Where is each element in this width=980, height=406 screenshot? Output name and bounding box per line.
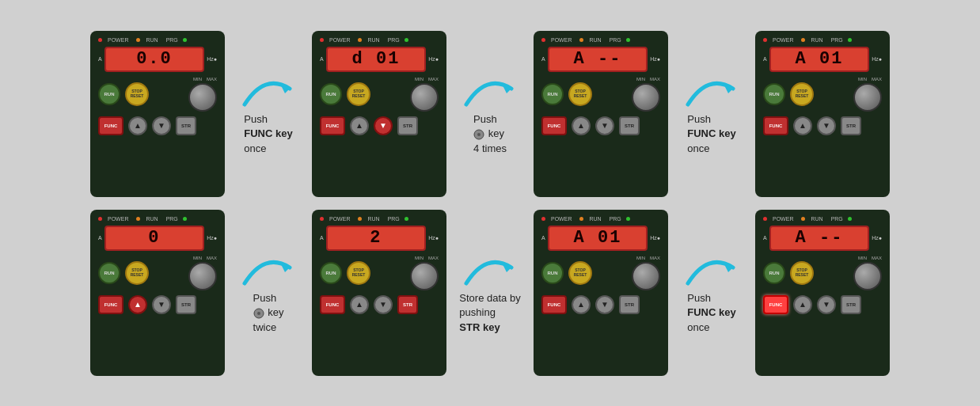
down-arrow-button[interactable]: ▼ xyxy=(595,295,614,314)
str-button[interactable]: STR xyxy=(397,295,418,314)
up-arrow-button[interactable]: ▲ xyxy=(350,116,369,135)
run-label: RUN xyxy=(146,216,158,222)
power-led xyxy=(541,217,545,221)
middle-button-row: RUNSTOPRESETMINMAX xyxy=(763,77,882,112)
knob[interactable] xyxy=(410,262,439,290)
stop-reset-button[interactable]: STOPRESET xyxy=(347,261,370,285)
run-button[interactable]: RUN xyxy=(98,83,120,105)
str-button[interactable]: STR xyxy=(619,295,640,314)
run-label: RUN xyxy=(589,216,601,222)
stop-reset-button[interactable]: STOPRESET xyxy=(568,261,592,285)
step-instruction: PushFUNC keyonce xyxy=(244,112,292,156)
knob[interactable] xyxy=(853,83,882,112)
panel-top-labels: POWER RUN PRG xyxy=(98,216,217,222)
panel-top-labels: POWER RUN PRG xyxy=(541,216,660,222)
str-button[interactable]: STR xyxy=(176,116,196,135)
run-button[interactable]: RUN xyxy=(320,262,342,284)
hz-label: Hz● xyxy=(650,56,660,62)
svg-point-3 xyxy=(477,133,481,136)
step-instruction: PushFUNC keyonce xyxy=(687,291,735,335)
run-button[interactable]: RUN xyxy=(763,83,785,105)
display-row: A0.0Hz● xyxy=(98,47,217,72)
stop-reset-button[interactable]: STOPRESET xyxy=(125,261,149,285)
run-led xyxy=(801,38,805,42)
str-button[interactable]: STR xyxy=(619,116,640,135)
down-arrow-button[interactable]: ▼ xyxy=(374,116,393,135)
up-arrow-button[interactable]: ▲ xyxy=(572,295,591,314)
bottom-button-row: FUNC▲▼STR xyxy=(98,295,217,314)
stop-reset-button[interactable]: STOPRESET xyxy=(347,82,370,106)
func-button[interactable]: FUNC xyxy=(320,295,345,314)
stop-reset-button[interactable]: STOPRESET xyxy=(790,261,814,285)
func-button[interactable]: FUNC xyxy=(98,295,123,314)
min-label: MIN xyxy=(193,256,202,260)
run-label: RUN xyxy=(146,37,158,43)
instruction-line-3: once xyxy=(244,142,266,154)
min-label: MIN xyxy=(858,256,867,260)
knob[interactable] xyxy=(632,262,660,290)
up-arrow-button[interactable]: ▲ xyxy=(350,295,369,314)
run-label: RUN xyxy=(589,37,601,43)
channel-a-label: A xyxy=(98,56,102,62)
func-button[interactable]: FUNC xyxy=(763,116,788,135)
step-arrow xyxy=(241,250,296,290)
str-button[interactable]: STR xyxy=(841,116,861,135)
knob-area: MINMAX xyxy=(188,77,217,112)
func-button[interactable]: FUNC xyxy=(320,116,345,135)
up-arrow-button[interactable]: ▲ xyxy=(793,116,812,135)
instruction-line-1: Push xyxy=(687,292,711,304)
func-button[interactable]: FUNC xyxy=(541,116,567,135)
min-label: MIN xyxy=(415,77,424,82)
prg-label: PRG xyxy=(831,37,843,43)
step-row-1: POWER RUN PRG A0.0Hz●RUNSTOPRESETMINMAXF… xyxy=(90,31,890,197)
func-button[interactable]: FUNC xyxy=(763,295,788,314)
instruction-line-1: Push xyxy=(244,113,268,125)
run-led xyxy=(579,38,583,42)
down-arrow-button[interactable]: ▼ xyxy=(595,116,614,135)
display-screen: 0 xyxy=(104,226,205,251)
down-arrow-button[interactable]: ▼ xyxy=(817,295,836,314)
controller-panel: POWER RUN PRG AA 01Hz●RUNSTOPRESETMINMAX… xyxy=(534,210,668,376)
up-arrow-button[interactable]: ▲ xyxy=(572,116,591,135)
display-screen: A -- xyxy=(769,226,870,251)
down-arrow-button[interactable]: ▼ xyxy=(374,295,393,314)
func-button[interactable]: FUNC xyxy=(541,295,567,314)
min-max-labels: MINMAX xyxy=(636,256,660,260)
min-label: MIN xyxy=(415,256,424,260)
instruction-line-1: Store data by xyxy=(459,292,520,304)
stop-reset-button[interactable]: STOPRESET xyxy=(790,82,814,106)
str-button[interactable]: STR xyxy=(176,295,196,314)
knob[interactable] xyxy=(853,262,882,290)
knob[interactable] xyxy=(188,83,217,112)
power-led xyxy=(763,38,767,42)
run-button[interactable]: RUN xyxy=(98,262,120,284)
run-button[interactable]: RUN xyxy=(541,83,564,105)
func-button[interactable]: FUNC xyxy=(98,116,123,135)
str-button[interactable]: STR xyxy=(841,295,861,314)
down-arrow-button[interactable]: ▼ xyxy=(817,116,836,135)
down-arrow-button[interactable]: ▼ xyxy=(152,295,171,314)
knob[interactable] xyxy=(410,83,439,112)
down-arrow-button[interactable]: ▼ xyxy=(152,116,171,135)
knob[interactable] xyxy=(632,83,660,112)
stop-reset-button[interactable]: STOPRESET xyxy=(568,82,592,106)
power-led xyxy=(98,38,102,42)
knob-icon xyxy=(473,129,484,140)
power-label: POWER xyxy=(108,37,128,43)
run-button[interactable]: RUN xyxy=(763,262,785,284)
up-arrow-button[interactable]: ▲ xyxy=(128,116,147,135)
stop-reset-button[interactable]: STOPRESET xyxy=(125,82,149,106)
middle-button-row: RUNSTOPRESETMINMAX xyxy=(320,256,439,290)
run-button[interactable]: RUN xyxy=(541,262,564,284)
instruction-line-1: Push xyxy=(687,113,711,125)
run-button[interactable]: RUN xyxy=(320,83,342,105)
up-arrow-button[interactable]: ▲ xyxy=(128,295,147,314)
knob[interactable] xyxy=(188,262,217,290)
step-arrow-container: PushFUNC keyonce xyxy=(233,71,304,156)
step-arrow xyxy=(462,71,518,111)
bottom-button-row: FUNC▲▼STR xyxy=(541,295,660,314)
prg-led xyxy=(183,217,187,221)
up-arrow-button[interactable]: ▲ xyxy=(793,295,812,314)
run-label: RUN xyxy=(367,216,379,222)
str-button[interactable]: STR xyxy=(397,116,418,135)
